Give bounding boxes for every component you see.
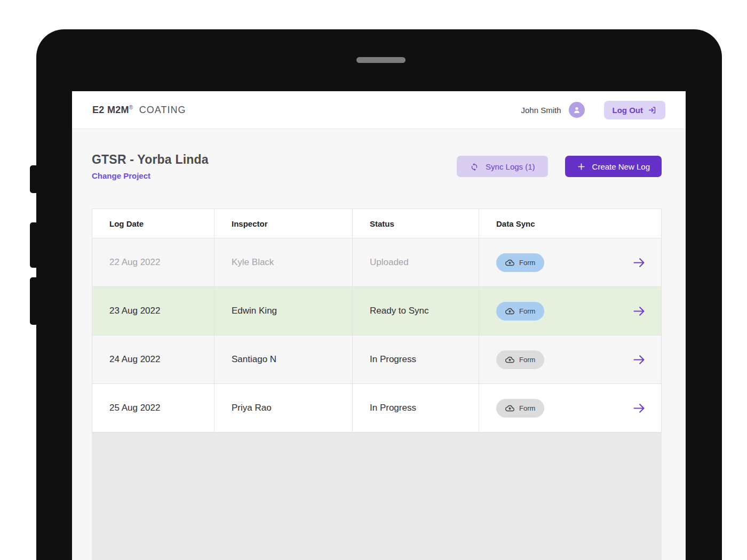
open-log-arrow-button[interactable] xyxy=(632,304,646,318)
form-button[interactable]: Form xyxy=(496,302,544,321)
logout-icon xyxy=(648,106,657,115)
toolbar: GTSR - Yorba Linda Change Project Sync L… xyxy=(72,129,686,181)
tablet-device-frame: E2 M2M® COATING John Smith Log Out xyxy=(36,29,722,560)
sync-logs-label: Sync Logs (1) xyxy=(486,162,535,171)
project-heading: GTSR - Yorba Linda Change Project xyxy=(92,153,209,181)
open-log-arrow-button[interactable] xyxy=(632,401,646,415)
brand-name: E2 M2M xyxy=(92,105,129,115)
log-date-cell: 22 Aug 2022 xyxy=(92,238,214,286)
form-pill-label: Form xyxy=(519,404,535,412)
data-sync-cell: Form xyxy=(479,238,661,286)
cloud-upload-icon xyxy=(505,307,514,316)
form-button[interactable]: Form xyxy=(496,253,544,272)
app-logo: E2 M2M® COATING xyxy=(92,105,186,116)
log-date-cell: 23 Aug 2022 xyxy=(92,287,214,335)
inspector-cell: Santiago N xyxy=(214,335,353,383)
arrow-right-icon xyxy=(632,401,646,415)
page-body: GTSR - Yorba Linda Change Project Sync L… xyxy=(72,129,686,560)
person-icon xyxy=(572,105,582,115)
cloud-upload-icon xyxy=(505,355,514,364)
logs-table: Log Date Inspector Status Data Sync 22 A… xyxy=(92,209,662,433)
form-pill-label: Form xyxy=(519,307,535,315)
header-user-area: John Smith Log Out xyxy=(521,101,665,119)
table-row[interactable]: 25 Aug 2022 Priya Rao In Progress Form xyxy=(92,384,661,433)
sync-logs-button[interactable]: Sync Logs (1) xyxy=(457,156,548,177)
column-header-log-date: Log Date xyxy=(92,209,214,238)
form-pill-label: Form xyxy=(519,356,535,364)
open-log-arrow-button[interactable] xyxy=(632,353,646,367)
form-button[interactable]: Form xyxy=(496,399,544,418)
table-row[interactable]: 24 Aug 2022 Santiago N In Progress Form xyxy=(92,335,661,384)
speaker-grille xyxy=(356,57,406,63)
inspector-cell: Kyle Black xyxy=(214,238,353,286)
log-date-cell: 25 Aug 2022 xyxy=(92,384,214,432)
brand-suffix: COATING xyxy=(139,105,186,115)
column-header-status: Status xyxy=(353,209,479,238)
logout-button[interactable]: Log Out xyxy=(604,101,665,119)
toolbar-actions: Sync Logs (1) Create New Log xyxy=(457,156,662,177)
log-date-cell: 24 Aug 2022 xyxy=(92,335,214,383)
cloud-upload-icon xyxy=(505,258,514,267)
column-header-data-sync: Data Sync xyxy=(479,209,661,238)
inspector-cell: Priya Rao xyxy=(214,384,353,432)
create-new-log-label: Create New Log xyxy=(592,162,650,171)
form-pill-label: Form xyxy=(519,259,535,267)
inspector-cell: Edwin King xyxy=(214,287,353,335)
status-cell: Uploaded xyxy=(353,238,479,286)
plus-icon xyxy=(577,162,586,171)
column-header-inspector: Inspector xyxy=(214,209,353,238)
page-title: GTSR - Yorba Linda xyxy=(92,153,209,167)
form-button[interactable]: Form xyxy=(496,350,544,369)
app-header: E2 M2M® COATING John Smith Log Out xyxy=(72,91,686,129)
table-empty-area xyxy=(92,433,662,560)
avatar[interactable] xyxy=(569,102,585,118)
change-project-link[interactable]: Change Project xyxy=(92,171,150,180)
data-sync-cell: Form xyxy=(479,287,661,335)
user-name: John Smith xyxy=(521,106,561,115)
logout-label: Log Out xyxy=(613,106,643,115)
tablet-screen: E2 M2M® COATING John Smith Log Out xyxy=(72,91,686,560)
cloud-upload-icon xyxy=(505,404,514,413)
status-cell: In Progress xyxy=(353,335,479,383)
sync-icon xyxy=(470,162,479,171)
status-cell: Ready to Sync xyxy=(353,287,479,335)
status-cell: In Progress xyxy=(353,384,479,432)
table-row[interactable]: 22 Aug 2022 Kyle Black Uploaded Form xyxy=(92,238,661,287)
data-sync-cell: Form xyxy=(479,335,661,383)
open-log-arrow-button[interactable] xyxy=(632,255,646,270)
registered-mark: ® xyxy=(129,105,133,110)
data-sync-cell: Form xyxy=(479,384,661,432)
table-header-row: Log Date Inspector Status Data Sync xyxy=(92,209,661,238)
table-row[interactable]: 23 Aug 2022 Edwin King Ready to Sync For… xyxy=(92,287,661,335)
create-new-log-button[interactable]: Create New Log xyxy=(565,156,662,177)
page-background: E2 M2M® COATING John Smith Log Out xyxy=(0,0,747,560)
arrow-right-icon xyxy=(632,304,646,318)
arrow-right-icon xyxy=(632,353,646,367)
arrow-right-icon xyxy=(632,255,646,270)
